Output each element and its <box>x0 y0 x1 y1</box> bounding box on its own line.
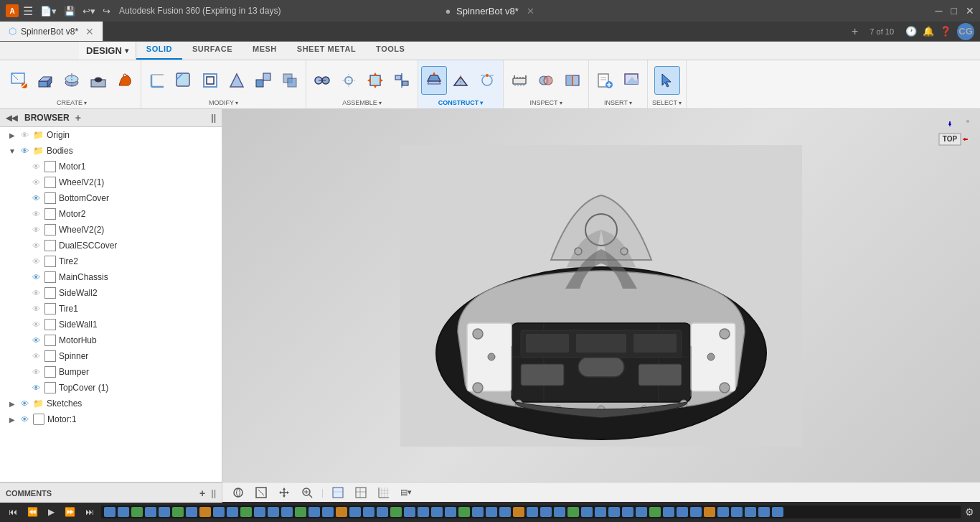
expand-arrow[interactable]: ▶ <box>7 131 17 139</box>
minimize-button[interactable]: ─ <box>936 5 943 17</box>
body-checkbox[interactable] <box>44 366 56 378</box>
visibility-icon[interactable]: 👁 <box>19 131 30 139</box>
body-checkbox[interactable] <box>44 161 56 172</box>
create-form-button[interactable] <box>112 66 138 95</box>
timeline-step[interactable] <box>104 507 116 517</box>
body-checkbox[interactable] <box>44 224 56 236</box>
clock-icon[interactable]: 🕐 <box>905 26 917 37</box>
timeline-step[interactable] <box>404 507 415 517</box>
user-avatar[interactable]: CG <box>957 23 974 40</box>
maximize-button[interactable]: □ <box>951 5 957 17</box>
browser-item-wheelv2-1[interactable]: ▶ 👁 WheelV2(1) <box>0 174 222 190</box>
timeline-step[interactable] <box>118 507 129 517</box>
view-cube[interactable]: TOP <box>928 118 971 161</box>
timeline-next-button[interactable]: ⏩ <box>62 505 78 518</box>
assemble-joint-button[interactable] <box>309 66 335 95</box>
timeline-step[interactable] <box>268 507 279 517</box>
insert-svg-button[interactable] <box>592 66 618 95</box>
timeline-step[interactable] <box>567 507 579 517</box>
tab-sheet-metal[interactable]: SHEET METAL <box>287 42 366 60</box>
expand-arrow[interactable]: ▶ <box>7 416 17 424</box>
display-mode-button[interactable] <box>328 485 348 500</box>
construct-plane-at-angle-button[interactable] <box>448 66 473 95</box>
expand-arrow[interactable]: ▼ <box>7 147 17 155</box>
more-tools-button[interactable]: ▤▾ <box>397 486 415 498</box>
save-button[interactable]: 💾 <box>64 6 75 17</box>
visibility-icon[interactable]: 👁 <box>19 415 30 424</box>
body-checkbox[interactable] <box>44 192 56 204</box>
undo-button[interactable]: ↩▾ <box>83 6 95 17</box>
close-button[interactable]: ✕ <box>966 5 974 17</box>
timeline-step[interactable] <box>717 507 729 517</box>
orbit-button[interactable] <box>228 485 248 500</box>
timeline-step[interactable] <box>213 507 225 517</box>
select-label[interactable]: SELECT ▾ <box>651 99 683 107</box>
visibility-icon[interactable]: 👁 <box>30 352 42 360</box>
robot-3d-model[interactable] <box>400 145 802 447</box>
timeline-settings-button[interactable]: ⚙ <box>965 506 974 518</box>
hamburger-menu[interactable]: ☰ <box>23 4 33 18</box>
body-checkbox[interactable] <box>44 335 56 346</box>
assemble-move-button[interactable] <box>362 66 388 95</box>
timeline-step[interactable] <box>227 507 238 517</box>
timeline-step[interactable] <box>199 507 211 517</box>
timeline-step[interactable] <box>499 507 511 517</box>
modify-label[interactable]: MODIFY ▾ <box>207 99 240 107</box>
file-menu[interactable]: 📄▾ <box>40 6 57 17</box>
timeline-step[interactable] <box>649 507 661 517</box>
visibility-icon[interactable]: 👁 <box>30 289 42 297</box>
visibility-icon[interactable]: 👁 <box>30 194 42 202</box>
inspect-label[interactable]: INSPECT ▾ <box>528 99 563 107</box>
timeline-step[interactable] <box>336 507 347 517</box>
visibility-icon[interactable]: 👁 <box>19 399 30 408</box>
timeline-step[interactable] <box>240 507 252 517</box>
timeline-step[interactable] <box>486 507 497 517</box>
timeline-step[interactable] <box>131 507 143 517</box>
construct-offset-plane-button[interactable] <box>421 66 447 95</box>
body-checkbox[interactable] <box>44 240 56 251</box>
visibility-icon[interactable]: 👁 <box>30 210 42 218</box>
create-label[interactable]: CREATE ▾ <box>55 99 88 107</box>
modify-shell-button[interactable] <box>197 66 223 95</box>
tab-solid[interactable]: SOLID <box>136 42 182 60</box>
visibility-icon[interactable]: 👁 <box>30 162 42 171</box>
timeline-step[interactable] <box>595 507 606 517</box>
timeline-step[interactable] <box>349 507 361 517</box>
timeline-step[interactable] <box>254 507 265 517</box>
grid-button[interactable] <box>351 485 371 500</box>
browser-item-dualesccover[interactable]: ▶ 👁 DualESCCover <box>0 238 222 253</box>
select-button[interactable] <box>654 66 680 95</box>
visibility-icon[interactable]: 👁 <box>30 320 42 329</box>
visibility-icon[interactable]: 👁 <box>30 273 42 281</box>
help-icon[interactable]: ❓ <box>940 26 951 37</box>
insert-canvas-button[interactable] <box>618 66 644 95</box>
timeline-step[interactable] <box>390 507 402 517</box>
visibility-icon[interactable]: 👁 <box>30 241 42 250</box>
timeline-step[interactable] <box>322 507 334 517</box>
assemble-label[interactable]: ASSEMBLE ▾ <box>341 99 383 107</box>
timeline-step[interactable] <box>363 507 374 517</box>
design-mode-button[interactable]: DESIGN ▾ <box>79 42 136 60</box>
timeline-end-button[interactable]: ⏭ <box>83 505 97 518</box>
visibility-icon[interactable]: 👁 <box>30 304 42 313</box>
browser-item-motor2[interactable]: ▶ 👁 Motor2 <box>0 206 222 222</box>
timeline-track[interactable] <box>101 505 961 518</box>
browser-item-sketches[interactable]: ▶ 👁 📁 Sketches <box>0 396 222 411</box>
tab-close-icon[interactable]: ✕ <box>85 26 94 37</box>
comments-add-button[interactable]: + <box>199 488 205 499</box>
pan-button[interactable] <box>274 485 294 500</box>
expand-arrow[interactable]: ▶ <box>7 400 17 408</box>
visibility-icon[interactable]: 👁 <box>30 225 42 234</box>
construct-label[interactable]: CONSTRUCT ▾ <box>437 99 485 107</box>
browser-collapse-button[interactable]: || <box>211 113 216 123</box>
timeline-step[interactable] <box>472 507 484 517</box>
timeline-step[interactable] <box>431 507 443 517</box>
modify-draft-button[interactable] <box>224 66 250 95</box>
timeline-step[interactable] <box>172 507 184 517</box>
timeline-play-button[interactable]: ▶ <box>45 505 57 518</box>
visibility-icon[interactable]: 👁 <box>30 368 42 376</box>
active-tab[interactable]: ⬡ SpinnerBot v8* ✕ <box>0 22 103 41</box>
browser-item-motor1[interactable]: ▶ 👁 Motor1 <box>0 159 222 174</box>
browser-item-origin[interactable]: ▶ 👁 📁 Origin <box>0 127 222 143</box>
timeline-step[interactable] <box>445 507 456 517</box>
